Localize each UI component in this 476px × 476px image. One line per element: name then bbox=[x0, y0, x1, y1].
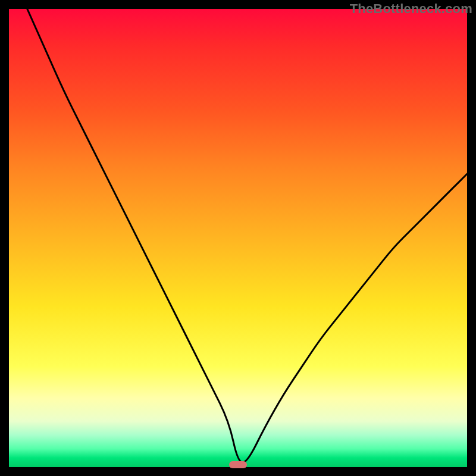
minimum-marker bbox=[229, 461, 248, 468]
watermark-text: TheBottleneck.com bbox=[350, 1, 472, 17]
plot-area bbox=[9, 9, 467, 467]
chart-container: TheBottleneck.com bbox=[0, 0, 476, 476]
curve-layer bbox=[9, 9, 467, 467]
bottleneck-curve bbox=[27, 9, 467, 462]
